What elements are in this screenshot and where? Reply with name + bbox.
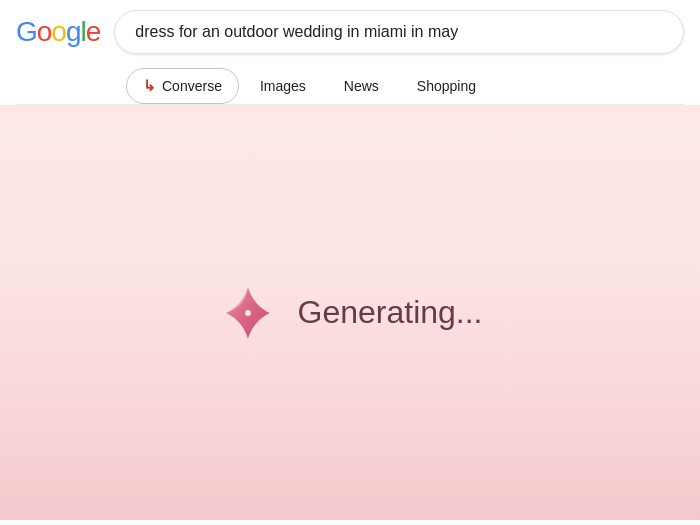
tab-converse[interactable]: ↳ Converse — [126, 68, 239, 104]
tab-shopping-label: Shopping — [417, 78, 476, 94]
tab-news[interactable]: News — [327, 69, 396, 103]
google-logo: Google — [16, 16, 100, 48]
logo-o1: o — [37, 16, 52, 48]
header: Google dress for an outdoor wedding in m… — [0, 0, 700, 105]
tab-converse-label: Converse — [162, 78, 222, 94]
logo-o2: o — [51, 16, 66, 48]
converse-arrow-icon: ↳ — [143, 77, 156, 95]
logo-g2: g — [66, 16, 81, 48]
generating-container: Generating... — [218, 283, 483, 343]
search-bar[interactable]: dress for an outdoor wedding in miami in… — [114, 10, 684, 54]
generating-text: Generating... — [298, 294, 483, 331]
search-input-value: dress for an outdoor wedding in miami in… — [135, 23, 458, 41]
logo-g: G — [16, 16, 37, 48]
tab-news-label: News — [344, 78, 379, 94]
header-top: Google dress for an outdoor wedding in m… — [16, 10, 684, 54]
main-content: Generating... — [0, 105, 700, 520]
svg-point-0 — [245, 310, 251, 316]
gemini-sparkle-icon — [218, 283, 278, 343]
logo-e: e — [86, 16, 101, 48]
tab-images-label: Images — [260, 78, 306, 94]
tab-images[interactable]: Images — [243, 69, 323, 103]
nav-tabs: ↳ Converse Images News Shopping — [16, 64, 684, 105]
tab-shopping[interactable]: Shopping — [400, 69, 493, 103]
